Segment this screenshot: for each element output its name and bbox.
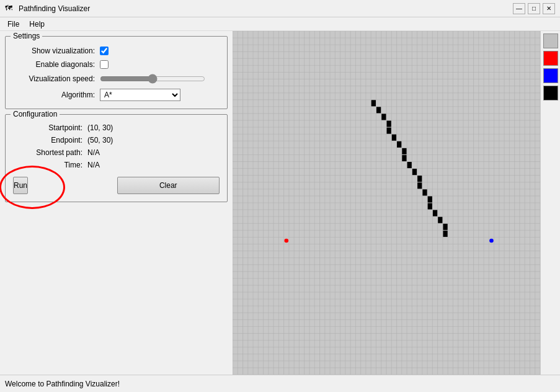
time-label: Time:	[13, 161, 87, 169]
main-content: Settings Show vizualization: Enable diag…	[0, 31, 560, 375]
algorithm-label: Algorithm:	[13, 91, 100, 99]
app-title: Pathfinding Visualizer	[19, 4, 90, 13]
algorithm-row: Algorithm: A* Dijkstra BFS DFS	[13, 89, 220, 101]
color-palette	[540, 31, 560, 375]
menu-file[interactable]: File	[2, 19, 24, 30]
show-viz-checkbox[interactable]	[100, 47, 109, 55]
show-viz-row: Show vizualization:	[13, 47, 220, 55]
viz-speed-label: Vizualization speed:	[13, 74, 100, 83]
run-button[interactable]: Run	[13, 177, 28, 194]
enable-diag-label: Enable diagonals:	[13, 60, 100, 69]
grid-container[interactable]	[233, 31, 540, 375]
run-btn-container: Run	[13, 177, 115, 194]
viz-speed-row: Vizualization speed:	[13, 74, 220, 84]
minimize-button[interactable]: —	[513, 3, 525, 14]
shortest-path-value: N/A	[87, 148, 100, 157]
endpoint-row: Endpoint: (50, 30)	[13, 136, 220, 145]
color-swatch-red[interactable]	[543, 51, 558, 66]
grid-canvas[interactable]	[233, 31, 540, 375]
configuration-group: Configuration Startpoint: (10, 30) Endpo…	[5, 114, 228, 202]
viz-speed-control	[100, 74, 205, 84]
title-bar-left: 🗺 Pathfinding Visualizer	[5, 4, 90, 14]
color-swatch-gray[interactable]	[543, 33, 558, 48]
settings-group: Settings Show vizualization: Enable diag…	[5, 36, 228, 109]
title-bar: 🗺 Pathfinding Visualizer — □ ✕	[0, 0, 560, 17]
time-value: N/A	[87, 161, 100, 169]
endpoint-value: (50, 30)	[87, 136, 113, 145]
time-row: Time: N/A	[13, 161, 220, 169]
startpoint-row: Startpoint: (10, 30)	[13, 123, 220, 132]
settings-title: Settings	[11, 32, 42, 40]
enable-diag-row: Enable diagonals:	[13, 60, 220, 69]
color-swatch-blue[interactable]	[543, 68, 558, 83]
speed-slider[interactable]	[100, 74, 205, 84]
endpoint-label: Endpoint:	[13, 136, 87, 145]
action-buttons: Run Clear	[13, 177, 220, 194]
status-message: Welcome to Pathfinding Vizualizer!	[5, 380, 120, 388]
algorithm-control: A* Dijkstra BFS DFS	[100, 89, 180, 101]
algorithm-select[interactable]: A* Dijkstra BFS DFS	[100, 89, 180, 101]
menu-help[interactable]: Help	[24, 19, 50, 30]
clear-button[interactable]: Clear	[117, 177, 220, 194]
status-bar: Welcome to Pathfinding Vizualizer!	[0, 375, 560, 392]
shortest-path-row: Shortest path: N/A	[13, 148, 220, 157]
close-button[interactable]: ✕	[543, 3, 555, 14]
shortest-path-label: Shortest path:	[13, 148, 87, 157]
enable-diag-checkbox[interactable]	[100, 60, 109, 69]
startpoint-value: (10, 30)	[87, 123, 113, 132]
enable-diag-control	[100, 60, 109, 69]
startpoint-label: Startpoint:	[13, 123, 87, 132]
left-panel: Settings Show vizualization: Enable diag…	[0, 31, 233, 375]
color-swatch-black[interactable]	[543, 86, 558, 100]
menu-bar: File Help	[0, 17, 560, 31]
title-bar-controls: — □ ✕	[513, 3, 555, 14]
maximize-button[interactable]: □	[528, 3, 540, 14]
configuration-title: Configuration	[11, 110, 60, 118]
show-viz-control	[100, 47, 109, 55]
show-viz-label: Show vizualization:	[13, 47, 100, 55]
app-icon: 🗺	[5, 4, 15, 14]
